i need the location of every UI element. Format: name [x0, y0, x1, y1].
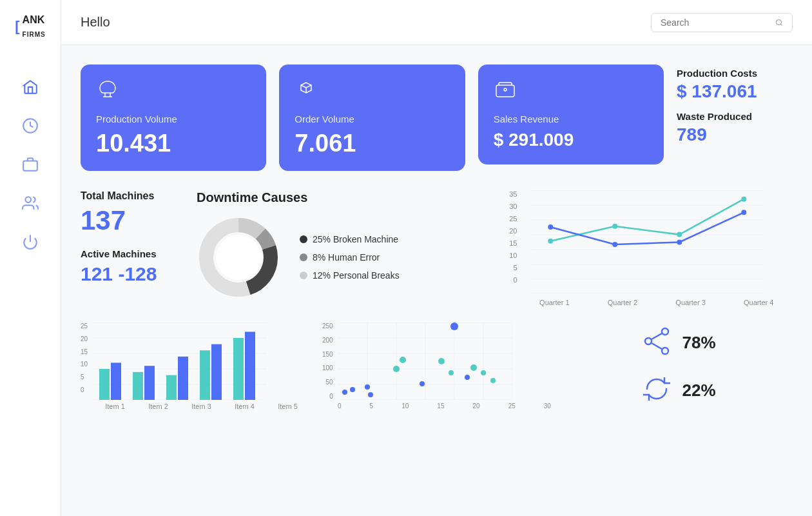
- bar: [133, 372, 143, 400]
- mid-section: Total Machines 137 Active Machines 121 -…: [81, 190, 793, 306]
- bar-chart-area: 2520151050: [81, 322, 309, 400]
- sidebar-item-team[interactable]: [22, 195, 39, 215]
- logo-bracket: [: [15, 18, 19, 35]
- line-chart-y-labels: 35302520151050: [501, 190, 517, 284]
- scatter-dot: [450, 322, 458, 330]
- metric-share: 78%: [641, 325, 715, 360]
- donut-chart: [197, 215, 280, 299]
- content: Production Volume 10.431 Order Volume 7.…: [61, 45, 812, 516]
- svg-rect-0: [23, 161, 37, 171]
- metric-refresh-value: 22%: [682, 381, 715, 401]
- sidebar-item-home[interactable]: [22, 79, 39, 99]
- scatter-dot: [393, 366, 400, 372]
- line-chart-svg-container: Quarter 1Quarter 2Quarter 3Quarter 4: [501, 190, 793, 306]
- production-costs-value: $ 137.061: [677, 81, 793, 102]
- line-dot: [677, 232, 682, 237]
- bar-chart-svg: [93, 322, 267, 400]
- line-chart-panel: 35302520151050: [501, 190, 793, 306]
- bar-label-item4: Item 4: [235, 402, 255, 410]
- line-dot: [677, 240, 682, 245]
- bar: [166, 375, 177, 400]
- metrics-panel: 78% 22%: [564, 322, 793, 410]
- search-icon: [775, 17, 783, 28]
- human-error-dot: [300, 253, 307, 261]
- line-dot: [548, 239, 553, 244]
- legend-broken-machine: 25% Broken Machine: [300, 234, 400, 244]
- scatter-dot: [368, 392, 373, 397]
- downtime-inner: 25% Broken Machine 8% Human Error 12% Pe…: [197, 215, 488, 299]
- broken-machine-label: 25% Broken Machine: [313, 234, 398, 244]
- line-dot: [548, 224, 553, 230]
- personal-breaks-dot: [300, 272, 307, 279]
- scatter-dot: [420, 381, 425, 386]
- sales-icon: [494, 79, 648, 104]
- scatter-dot: [481, 370, 486, 375]
- scatter-chart-svg: [338, 322, 512, 400]
- svg-point-1: [25, 197, 31, 203]
- sales-revenue-card: Sales Revenue $ 291.009: [478, 64, 664, 164]
- scatter-dot: [465, 375, 470, 380]
- header: Hello: [61, 0, 812, 45]
- line-dot: [612, 224, 617, 229]
- bar-label-item1: Item 1: [105, 402, 125, 410]
- svg-line-40: [652, 343, 662, 349]
- logo: [ ANK FIRMS: [15, 13, 45, 46]
- active-machines-label: Active Machines: [81, 248, 184, 259]
- total-machines-label: Total Machines: [81, 190, 184, 202]
- bottom-section: 2520151050: [81, 322, 793, 410]
- scatter-area: 250200150100500: [322, 322, 551, 400]
- production-volume-value: 10.431: [96, 131, 251, 155]
- svg-point-2: [777, 19, 782, 25]
- total-machines-value: 137: [81, 206, 184, 235]
- scatter-dot: [350, 387, 355, 392]
- scatter-dot: [342, 390, 347, 395]
- order-volume-card: Order Volume 7.061: [279, 64, 465, 171]
- production-icon: [96, 79, 251, 104]
- svg-point-38: [662, 348, 668, 354]
- scatter-x-labels: 051015202530: [322, 402, 551, 410]
- bar: [144, 366, 155, 400]
- broken-machine-dot: [300, 235, 307, 243]
- sidebar-item-briefcase[interactable]: [22, 156, 39, 177]
- search-box[interactable]: [651, 13, 793, 32]
- search-input[interactable]: [661, 17, 770, 28]
- bar: [178, 357, 188, 400]
- downtime-panel: Downtime Causes: [197, 190, 488, 306]
- sidebar-item-power[interactable]: [22, 233, 39, 254]
- side-stats: Production Costs $ 137.061 Waste Produce…: [677, 64, 793, 145]
- sidebar-nav: [22, 79, 39, 254]
- sidebar: [ ANK FIRMS: [0, 0, 61, 516]
- scatter-y-labels: 250200150100500: [322, 322, 336, 400]
- waste-produced-value: 789: [677, 124, 793, 145]
- line-chart-area: 35302520151050: [501, 190, 793, 306]
- scatter-dot: [490, 378, 496, 383]
- bar: [200, 350, 210, 400]
- refresh-icon: [641, 373, 673, 408]
- sales-revenue-value: $ 291.009: [494, 131, 648, 149]
- order-volume-label: Order Volume: [295, 114, 449, 124]
- bar-x-labels: Item 1 Item 2 Item 3 Item 4 Item 5: [81, 402, 309, 410]
- bar-label-item2: Item 2: [148, 402, 168, 410]
- line-chart-svg: [501, 190, 793, 293]
- svg-line-39: [652, 333, 662, 339]
- svg-point-36: [662, 328, 668, 335]
- scatter-dot: [438, 358, 445, 364]
- scatter-dot: [400, 357, 406, 363]
- personal-breaks-label: 12% Personal Breaks: [313, 270, 400, 281]
- top-cards-row: Production Volume 10.431 Order Volume 7.…: [81, 64, 793, 171]
- scatter-dot: [470, 364, 477, 371]
- bar: [99, 369, 110, 400]
- bar: [245, 332, 255, 400]
- svg-line-3: [780, 24, 782, 25]
- line-series-blue: [550, 212, 744, 244]
- logo-firms: FIRMS: [23, 31, 46, 38]
- legend-personal-breaks: 12% Personal Breaks: [300, 270, 400, 281]
- svg-point-9: [216, 235, 261, 280]
- sales-revenue-label: Sales Revenue: [494, 114, 648, 124]
- sidebar-item-dashboard[interactable]: [22, 117, 39, 138]
- bar: [233, 338, 244, 400]
- production-volume-label: Production Volume: [96, 114, 251, 124]
- downtime-legend: 25% Broken Machine 8% Human Error 12% Pe…: [300, 234, 400, 281]
- metric-refresh: 22%: [641, 373, 715, 408]
- bar-y-labels: 2520151050: [81, 322, 90, 393]
